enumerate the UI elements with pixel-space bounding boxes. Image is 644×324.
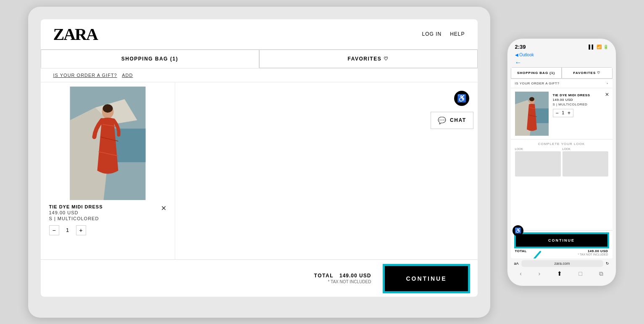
- accessibility-button[interactable]: ♿: [454, 91, 469, 106]
- phone-qty-value: 1: [562, 111, 565, 115]
- svg-line-13: [527, 252, 540, 258]
- phone-nav-forward-icon[interactable]: ›: [539, 270, 541, 277]
- phone-blue-arrow-annotation: [523, 250, 544, 258]
- phone-product-image-svg: [515, 92, 549, 136]
- phone-look-item-1: LOOK: [515, 148, 561, 176]
- phone-product-image: [515, 92, 549, 136]
- phone-device: 2:39 ▌▌ 📶 🔋 ◀ Outlook ← SHOPPING BAG (1)…: [507, 38, 616, 286]
- phone-look-section: COMPLETE YOUR LOOK LOOK LOOK: [511, 140, 612, 230]
- phone-refresh-button[interactable]: ↻: [606, 261, 609, 266]
- phone-tax-note: * TAX NOT INCLUDED: [578, 253, 608, 256]
- total-amount: 149.00 USD: [339, 273, 371, 279]
- phone-look-item-label-1: LOOK: [515, 148, 561, 150]
- phone-product-details: ✕ TIE DYE MIDI DRESS 149.00 USD S | MULT…: [553, 92, 608, 136]
- phone-status-icons: ▌▌ 📶 🔋: [589, 45, 608, 49]
- phone-product-price: 149.00 USD: [553, 98, 608, 102]
- product-image: [49, 87, 166, 200]
- product-variant: S | MULTICOLORED: [49, 216, 103, 221]
- phone-product-variant: S | MULTICOLORED: [553, 103, 608, 106]
- phone-nav-tabs-icon[interactable]: ⧉: [599, 270, 603, 277]
- quantity-increase-button[interactable]: +: [76, 225, 86, 235]
- login-link[interactable]: LOG IN: [422, 31, 442, 37]
- quantity-row: − 1 +: [49, 225, 166, 235]
- product-price: 149.00 USD: [49, 210, 103, 215]
- site-header: ZARA LOG IN HELP: [41, 19, 478, 50]
- quantity-value: 1: [63, 227, 72, 233]
- phone-time: 2:39: [515, 44, 526, 50]
- gift-bar-text: IS YOUR ORDER A GIFT?: [53, 73, 117, 78]
- phone-nav-bookmarks-icon[interactable]: □: [579, 270, 582, 277]
- gift-bar: IS YOUR ORDER A GIFT? ADD: [41, 68, 478, 82]
- phone-nav-icons: ‹ › ⬆ □ ⧉: [511, 269, 612, 279]
- chat-button[interactable]: 💬 CHAT: [431, 112, 473, 129]
- zara-logo: ZARA: [53, 24, 97, 44]
- gift-bar-add-link[interactable]: ADD: [122, 73, 133, 78]
- phone-total-amount: 149.00 USD: [578, 249, 608, 253]
- help-link[interactable]: HELP: [450, 31, 465, 37]
- phone-look-item-label-2: LOOK: [563, 148, 608, 150]
- right-panel: ♿ 💬 CHAT: [175, 82, 478, 259]
- continue-wrapper: CONTINUE: [384, 265, 469, 292]
- phone-status-bar: 2:39 ▌▌ 📶 🔋: [511, 43, 612, 52]
- phone-bottom-section: CONTINUE TOTAL 149.00 USD * TAX NOT INCL…: [511, 230, 612, 258]
- phone-quantity-row: − 1 +: [553, 109, 574, 117]
- chat-label: CHAT: [450, 117, 466, 123]
- total-label: TOTAL: [314, 273, 334, 279]
- total-section: TOTAL 149.00 USD * TAX NOT INCLUDED: [314, 273, 371, 284]
- phone-gift-bar: IS YOUR ORDER A GIFT? ›: [511, 79, 612, 88]
- phone-gift-text: IS YOUR ORDER A GIFT?: [515, 82, 560, 85]
- accessibility-icon: ♿: [457, 94, 466, 103]
- phone-product-name: TIE DYE MIDI DRESS: [553, 93, 608, 97]
- wifi-icon: 📶: [597, 45, 602, 49]
- phone-screen: SHOPPING BAG (1) FAVORITES ♡ IS YOUR ORD…: [511, 67, 612, 258]
- phone-remove-button[interactable]: ✕: [605, 92, 609, 97]
- continue-button[interactable]: CONTINUE: [384, 265, 469, 292]
- phone-gift-arrow: ›: [607, 82, 608, 85]
- phone-product-row: ✕ TIE DYE MIDI DRESS 149.00 USD S | MULT…: [511, 88, 612, 140]
- battery-icon: 🔋: [603, 45, 608, 49]
- phone-tab-shopping-bag[interactable]: SHOPPING BAG (1): [511, 67, 562, 79]
- quantity-decrease-button[interactable]: −: [49, 225, 59, 235]
- phone-accessibility-icon: ♿: [515, 227, 521, 234]
- phone-tab-favorites[interactable]: FAVORITES ♡: [562, 67, 612, 79]
- phone-tabs: SHOPPING BAG (1) FAVORITES ♡: [511, 67, 612, 79]
- phone-qty-decrease-button[interactable]: −: [556, 110, 559, 116]
- phone-nav-back-icon[interactable]: ‹: [520, 270, 522, 277]
- phone-back-bar[interactable]: ←: [511, 58, 612, 67]
- header-links: LOG IN HELP: [422, 31, 465, 37]
- product-area: TIE DYE MIDI DRESS 149.00 USD S | MULTIC…: [41, 82, 175, 259]
- svg-point-5: [103, 104, 113, 113]
- phone-font-button[interactable]: aA: [514, 261, 519, 266]
- product-name: TIE DYE MIDI DRESS: [49, 204, 103, 209]
- product-info: TIE DYE MIDI DRESS 149.00 USD S | MULTIC…: [49, 204, 166, 235]
- phone-outlook-bar[interactable]: ◀ Outlook: [511, 52, 612, 58]
- phone-qty-increase-button[interactable]: +: [568, 110, 570, 116]
- main-content: TIE DYE MIDI DRESS 149.00 USD S | MULTIC…: [41, 82, 478, 259]
- phone-look-label: COMPLETE YOUR LOOK: [515, 142, 608, 146]
- phone-look-image-1: [515, 151, 561, 176]
- phone-look-row: LOOK LOOK: [515, 148, 608, 176]
- laptop-device: ZARA LOG IN HELP SHOPPING BAG (1) FAVORI…: [28, 7, 490, 318]
- phone-browser-bar: aA zara.com ↻: [511, 258, 612, 269]
- tax-note: * TAX NOT INCLUDED: [314, 279, 371, 284]
- phone-look-image-2: [563, 151, 608, 176]
- product-image-container: [49, 87, 166, 200]
- laptop-screen: ZARA LOG IN HELP SHOPPING BAG (1) FAVORI…: [41, 19, 478, 297]
- tab-favorites[interactable]: FAVORITES ♡: [259, 50, 478, 68]
- tab-shopping-bag[interactable]: SHOPPING BAG (1): [41, 50, 259, 68]
- phone-url-bar[interactable]: zara.com: [521, 260, 603, 267]
- phone-nav-share-icon[interactable]: ⬆: [557, 270, 562, 277]
- svg-point-12: [529, 97, 534, 101]
- tabs-row: SHOPPING BAG (1) FAVORITES ♡: [41, 50, 478, 68]
- phone-look-item-2: LOOK: [563, 148, 608, 176]
- chat-icon: 💬: [438, 116, 447, 124]
- phone-accessibility-button[interactable]: ♿: [513, 225, 523, 236]
- desktop-bottom-bar: TOTAL 149.00 USD * TAX NOT INCLUDED CONT…: [41, 259, 478, 297]
- signal-icon: ▌▌: [589, 45, 594, 49]
- phone-continue-button[interactable]: CONTINUE: [515, 233, 608, 248]
- remove-button[interactable]: ✕: [161, 204, 166, 212]
